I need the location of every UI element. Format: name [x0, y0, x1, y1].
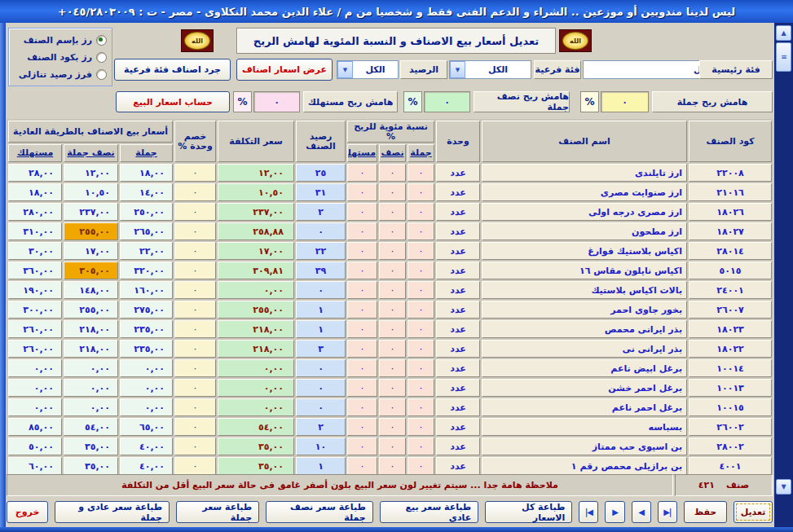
cell-price_m[interactable]: ٢٨٠,٠٠: [8, 203, 62, 221]
cell-price_g[interactable]: ٦٥,٠٠: [120, 418, 173, 436]
cell-price_m[interactable]: ٦٠,٠٠: [8, 457, 62, 475]
cell-name[interactable]: بذر ايرانى نى: [482, 340, 687, 358]
cell-price_m[interactable]: ٥٠,٠٠: [8, 437, 62, 455]
radio-sort-by-name[interactable]: رز بإسم الصنف: [11, 32, 107, 49]
cell-pct_n[interactable]: ٠: [379, 301, 406, 319]
cell-price_n[interactable]: ٣٥,٠٠: [64, 457, 118, 475]
cell-discount[interactable]: ٠: [174, 301, 216, 319]
cell-pct_g[interactable]: ٠: [408, 301, 434, 319]
cell-price_m[interactable]: ٠,٠٠: [8, 379, 62, 397]
cell-balance[interactable]: ٢٥: [296, 164, 346, 182]
cell-code[interactable]: ٤٠٠١: [689, 457, 772, 475]
cell-unit[interactable]: عدد: [436, 457, 480, 475]
cell-pct_m[interactable]: ٠: [347, 242, 377, 260]
cell-pct_g[interactable]: ٠: [408, 418, 434, 436]
scrollbar-up-icon[interactable]: ▲: [776, 25, 791, 41]
cell-pct_g[interactable]: ٠: [408, 379, 434, 397]
scrollbar-thumb[interactable]: ≡: [776, 42, 791, 72]
cell-pct_n[interactable]: ٠: [379, 340, 406, 358]
cell-pct_g[interactable]: ٠: [408, 222, 434, 240]
cell-pct_n[interactable]: ٠: [379, 242, 406, 260]
cell-unit[interactable]: عدد: [436, 379, 480, 397]
cell-price_g[interactable]: ١٤,٠٠: [120, 183, 173, 201]
cell-unit[interactable]: عدد: [436, 183, 480, 201]
cell-price_n[interactable]: ٢١٨,٠٠: [64, 340, 118, 358]
cell-name[interactable]: برغل احمر خشن: [482, 379, 687, 397]
cell-name[interactable]: بخور جاوى احمر: [482, 301, 687, 319]
cell-pct_n[interactable]: ٠: [379, 437, 406, 455]
cell-code[interactable]: ١٨٠٢٦: [689, 203, 772, 221]
cell-cost[interactable]: ٢١٨,٠٠: [218, 340, 294, 358]
show-item-prices-button[interactable]: عرض اسعار اصناف: [236, 59, 333, 81]
cell-code[interactable]: ١٠٠١٥: [689, 398, 772, 416]
cell-price_g[interactable]: ٢٥٠,٠٠: [120, 203, 173, 221]
cell-price_m[interactable]: ١٩٠,٠٠: [8, 281, 62, 299]
cell-price_n[interactable]: ٠,٠٠: [64, 398, 118, 416]
cell-pct_n[interactable]: ٠: [379, 281, 406, 299]
cell-price_n[interactable]: ٢٥٥,٠٠: [64, 222, 118, 240]
cell-discount[interactable]: ٠: [174, 183, 216, 201]
cell-pct_g[interactable]: ٠: [408, 359, 434, 377]
cell-pct_g[interactable]: ٠: [408, 457, 434, 475]
cell-balance[interactable]: ٣: [296, 340, 346, 358]
cell-price_g[interactable]: ٠,٠٠: [120, 398, 173, 416]
cell-pct_g[interactable]: ٠: [408, 164, 434, 182]
radio-sort-by-code[interactable]: رز بكود الصنف: [11, 49, 107, 66]
cell-balance[interactable]: ٠: [296, 359, 346, 377]
cell-unit[interactable]: عدد: [436, 418, 480, 436]
cell-pct_n[interactable]: ٠: [379, 222, 406, 240]
cell-name[interactable]: بذر ايرانى محمص: [482, 320, 687, 338]
cell-discount[interactable]: ٠: [174, 457, 216, 475]
cell-discount[interactable]: ٠: [174, 379, 216, 397]
cell-price_m[interactable]: ٨٥,٠٠: [8, 418, 62, 436]
radio-icon[interactable]: [96, 52, 107, 63]
cell-price_n[interactable]: ١٤٨,٠٠: [64, 281, 118, 299]
radio-icon[interactable]: [96, 35, 107, 46]
consumer-margin-input[interactable]: ٠: [253, 91, 300, 112]
cell-unit[interactable]: عدد: [436, 242, 480, 260]
cell-price_m[interactable]: ٢٨,٠٠: [8, 164, 62, 182]
cell-pct_n[interactable]: ٠: [379, 398, 406, 416]
cell-unit[interactable]: عدد: [436, 359, 480, 377]
nav-last-record-icon[interactable]: ▶|: [658, 501, 677, 523]
cell-cost[interactable]: ١٧,٠٠: [218, 242, 294, 260]
cell-pct_n[interactable]: ٠: [379, 418, 406, 436]
cell-pct_m[interactable]: ٠: [347, 359, 377, 377]
chevron-down-icon[interactable]: ▼: [450, 61, 465, 78]
cell-code[interactable]: ٢٨٠٠٢: [689, 437, 772, 455]
cell-name[interactable]: ارز صنوايت مصرى: [482, 183, 687, 201]
radio-icon[interactable]: [96, 69, 107, 80]
cell-discount[interactable]: ٠: [174, 398, 216, 416]
cell-price_g[interactable]: ٢٧٥,٠٠: [120, 301, 173, 319]
cell-name[interactable]: بالات اكياس بلاستيك: [482, 281, 687, 299]
cell-cost[interactable]: ٥٤,٠٠: [218, 418, 294, 436]
cell-cost[interactable]: ٠,٠٠: [218, 398, 294, 416]
exit-button[interactable]: خروج: [7, 501, 48, 523]
cell-price_n[interactable]: ٢١٨,٠٠: [64, 320, 118, 338]
cell-unit[interactable]: عدد: [436, 340, 480, 358]
cell-pct_m[interactable]: ٠: [347, 281, 377, 299]
cell-pct_g[interactable]: ٠: [408, 398, 434, 416]
cell-balance[interactable]: ٠: [296, 222, 346, 240]
cell-code[interactable]: ٥٠١٥: [689, 262, 772, 279]
inventory-subcategory-button[interactable]: جرد اصناف فئة فرعية: [114, 59, 231, 81]
cell-name[interactable]: ارز تايلندى: [482, 164, 687, 182]
cell-price_m[interactable]: ١٨,٠٠: [8, 183, 62, 201]
cell-price_n[interactable]: ١٠,٥٠: [64, 183, 118, 201]
cell-cost[interactable]: ٢٥٨,٨٨: [218, 222, 294, 240]
cell-pct_m[interactable]: ٠: [347, 164, 377, 182]
cell-pct_g[interactable]: ٠: [408, 281, 434, 299]
cell-discount[interactable]: ٠: [174, 437, 216, 455]
cell-price_g[interactable]: ٠,٠٠: [120, 359, 173, 377]
cell-cost[interactable]: ١٠,٥٠: [218, 183, 294, 201]
cell-pct_n[interactable]: ٠: [379, 203, 406, 221]
cell-price_g[interactable]: ٢٢,٠٠: [120, 242, 173, 260]
cell-code[interactable]: ١٠٠١٣: [689, 379, 772, 397]
cell-price_g[interactable]: ١٨,٠٠: [120, 164, 173, 182]
cell-cost[interactable]: ٢٣٧,٠٠: [218, 203, 294, 221]
cell-balance[interactable]: ١: [296, 457, 346, 475]
radio-sort-by-balance-desc[interactable]: فرز رصيد تنازلى: [11, 66, 107, 83]
cell-pct_g[interactable]: ٠: [408, 340, 434, 358]
cell-unit[interactable]: عدد: [436, 262, 480, 279]
cell-pct_n[interactable]: ٠: [379, 320, 406, 338]
